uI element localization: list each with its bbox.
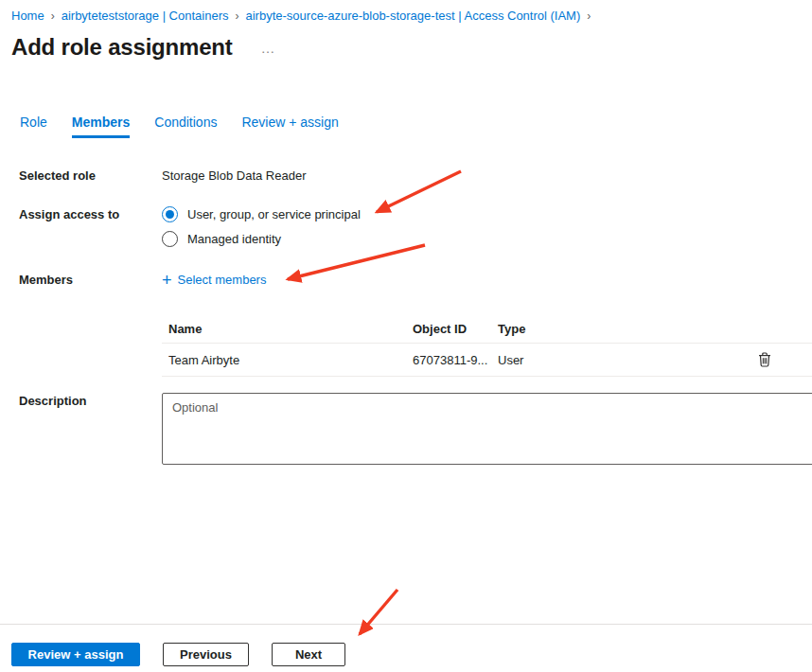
- breadcrumb: Home›airbyteteststorage | Containers›air…: [11, 9, 597, 23]
- description-label: Description: [19, 393, 162, 410]
- radio-managed-identity[interactable]: Managed identity: [162, 231, 361, 247]
- footer-button-bar: Review + assign Previous Next: [11, 643, 345, 666]
- tab-bar: Role Members Conditions Review + assign: [20, 115, 339, 138]
- assign-access-label: Assign access to: [19, 206, 162, 223]
- breadcrumb-storage-containers[interactable]: airbyteteststorage | Containers: [62, 9, 229, 23]
- assign-access-row: Assign access to User, group, or service…: [19, 206, 361, 247]
- tab-review-assign[interactable]: Review + assign: [241, 115, 338, 138]
- members-table-header: Name Object ID Type: [162, 315, 812, 344]
- member-type-cell: User: [498, 353, 717, 367]
- breadcrumb-access-control-iam[interactable]: airbyte-source-azure-blob-storage-test |…: [246, 9, 581, 23]
- select-members-label: Select members: [178, 272, 267, 289]
- breadcrumb-home[interactable]: Home: [11, 9, 44, 23]
- column-header-object-id: Object ID: [413, 322, 498, 336]
- members-label: Members: [19, 272, 162, 289]
- selected-role-label: Selected role: [19, 168, 162, 185]
- description-row: Description: [19, 393, 812, 465]
- plus-icon: +: [162, 274, 172, 287]
- column-header-type: Type: [498, 322, 717, 336]
- tab-members[interactable]: Members: [72, 115, 130, 138]
- review-assign-button[interactable]: Review + assign: [11, 643, 140, 666]
- selected-role-row: Selected role Storage Blob Data Reader: [19, 168, 306, 185]
- description-input[interactable]: [162, 393, 812, 465]
- selected-role-value: Storage Blob Data Reader: [162, 168, 306, 185]
- radio-label: User, group, or service principal: [187, 207, 361, 221]
- column-header-name: Name: [162, 322, 413, 336]
- breadcrumb-separator: ›: [236, 9, 239, 23]
- delete-member-button[interactable]: [758, 352, 771, 367]
- more-options-icon[interactable]: …: [261, 40, 277, 56]
- radio-label: Managed identity: [187, 232, 281, 246]
- next-button[interactable]: Next: [272, 643, 345, 666]
- members-table: Name Object ID Type Team Airbyte 6707381…: [162, 315, 812, 377]
- trash-icon: [758, 352, 771, 367]
- page-title-row: Add role assignment …: [11, 34, 276, 61]
- breadcrumb-separator: ›: [587, 9, 591, 23]
- radio-user-group-service-principal[interactable]: User, group, or service principal: [162, 206, 361, 222]
- page-title: Add role assignment: [11, 34, 233, 61]
- member-name-cell: Team Airbyte: [162, 353, 413, 367]
- tab-conditions[interactable]: Conditions: [154, 115, 217, 138]
- previous-button[interactable]: Previous: [163, 643, 249, 666]
- select-members-link[interactable]: + Select members: [162, 272, 266, 289]
- footer-divider: [0, 624, 812, 625]
- members-row: Members + Select members: [19, 272, 266, 289]
- table-row: Team Airbyte 67073811-9... User: [162, 344, 812, 377]
- breadcrumb-separator: ›: [51, 9, 55, 23]
- radio-unselected-icon: [162, 231, 178, 247]
- radio-selected-icon: [162, 206, 178, 222]
- tab-role[interactable]: Role: [20, 115, 47, 138]
- member-object-id-cell: 67073811-9...: [413, 353, 498, 367]
- assign-access-radio-group: User, group, or service principal Manage…: [162, 206, 361, 247]
